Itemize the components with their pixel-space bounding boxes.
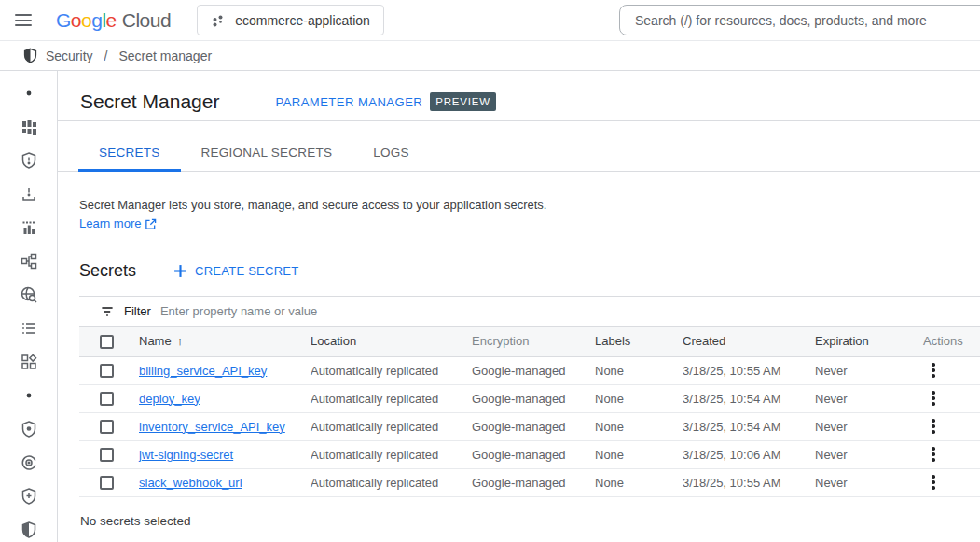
tab-regional-secrets[interactable]: REGIONAL SECRETS xyxy=(181,135,353,172)
cell-labels: None xyxy=(595,356,683,384)
column-header-created[interactable]: Created xyxy=(683,327,815,356)
compliance-circle-icon[interactable] xyxy=(0,446,57,479)
sort-ascending-icon: ↑ xyxy=(177,334,184,348)
secret-name-link[interactable]: slack_webhook_url xyxy=(139,476,242,490)
main-content: Secret Manager PARAMETER MANAGER PREVIEW… xyxy=(58,71,980,542)
column-header-location[interactable]: Location xyxy=(311,327,472,356)
select-all-checkbox[interactable] xyxy=(100,335,114,349)
breadcrumb-page: Secret manager xyxy=(118,49,212,63)
row-actions-button[interactable] xyxy=(923,359,944,382)
cell-location: Automatically replicated xyxy=(311,440,472,468)
logo-letter: o xyxy=(81,9,91,31)
table-header-row: Name↑ Location Encryption Labels Created… xyxy=(79,327,980,356)
cell-expiration: Never xyxy=(815,384,908,412)
row-checkbox[interactable] xyxy=(100,364,114,378)
column-header-name[interactable]: Name↑ xyxy=(139,327,311,356)
page-header: Secret Manager PARAMETER MANAGER PREVIEW xyxy=(58,71,980,121)
menu-icon[interactable] xyxy=(15,9,37,32)
secrets-table: Name↑ Location Encryption Labels Created… xyxy=(79,327,980,497)
cell-created: 3/18/25, 10:55 AM xyxy=(683,468,815,496)
shield-alert-icon[interactable] xyxy=(0,144,57,177)
row-actions-button[interactable] xyxy=(923,443,944,466)
filter-bar: Filter xyxy=(79,297,980,327)
row-actions-button[interactable] xyxy=(923,415,944,438)
create-secret-label: CREATE SECRET xyxy=(195,264,298,278)
grid-diamond-icon[interactable] xyxy=(0,345,57,379)
secret-name-link[interactable]: billing_service_API_key xyxy=(139,364,267,378)
cell-expiration: Never xyxy=(815,356,908,384)
logo-letter: G xyxy=(56,9,71,31)
cell-labels: None xyxy=(595,440,683,468)
bar-chart-icon[interactable] xyxy=(0,211,57,244)
blocks-icon[interactable] xyxy=(0,110,57,144)
secrets-table-card: Filter Name↑ Location Encryption Labels xyxy=(79,296,980,497)
row-checkbox[interactable] xyxy=(100,448,114,462)
table-row: billing_service_API_key Automatically re… xyxy=(79,356,980,384)
plus-icon xyxy=(173,264,187,278)
google-cloud-logo: Google Cloud xyxy=(56,9,171,32)
breadcrumb: Security / Secret manager xyxy=(0,41,980,71)
cell-location: Automatically replicated xyxy=(311,412,472,440)
global-search xyxy=(619,5,980,35)
secret-name-link[interactable]: inventory_service_API_key xyxy=(139,420,285,434)
column-header-labels[interactable]: Labels xyxy=(595,327,683,356)
cell-expiration: Never xyxy=(815,412,908,440)
cell-encryption: Google-managed xyxy=(472,384,595,412)
column-header-expiration[interactable]: Expiration xyxy=(815,327,908,356)
list-icon[interactable] xyxy=(0,312,57,345)
row-actions-button[interactable] xyxy=(923,471,944,493)
project-selector[interactable]: ecommerce-application xyxy=(197,5,384,35)
shield-dot-icon[interactable] xyxy=(0,412,57,446)
page-title: Secret Manager xyxy=(80,90,219,113)
selection-status: No secrets selected xyxy=(80,514,980,528)
cell-location: Automatically replicated xyxy=(311,356,472,384)
breadcrumb-section[interactable]: Security xyxy=(46,49,93,63)
cell-encryption: Google-managed xyxy=(472,440,595,468)
logo-letter: o xyxy=(71,9,81,31)
cell-labels: None xyxy=(595,412,683,440)
project-name: ecommerce-application xyxy=(235,13,370,28)
table-row: deploy_key Automatically replicated Goog… xyxy=(79,384,980,412)
left-icon-sidebar xyxy=(0,71,58,542)
tray-alert-icon[interactable] xyxy=(0,177,57,211)
search-input[interactable] xyxy=(619,5,980,35)
row-checkbox[interactable] xyxy=(100,476,114,490)
parameter-manager-link[interactable]: PARAMETER MANAGER xyxy=(275,95,422,109)
column-header-actions: Actions xyxy=(908,327,980,356)
secrets-heading: Secrets xyxy=(79,261,136,281)
learn-more-label: Learn more xyxy=(79,215,141,233)
secret-name-link[interactable]: jwt-signing-secret xyxy=(139,448,233,462)
cell-created: 3/18/25, 10:54 AM xyxy=(683,412,815,440)
intro-text: Secret Manager lets you store, manage, a… xyxy=(79,196,980,215)
preview-badge: PREVIEW xyxy=(430,92,496,111)
secrets-section-header: Secrets CREATE SECRET xyxy=(79,261,980,281)
cell-expiration: Never xyxy=(815,440,908,468)
shield-half-icon[interactable] xyxy=(0,513,57,542)
create-secret-button[interactable]: CREATE SECRET xyxy=(173,264,298,278)
filter-icon xyxy=(100,304,115,319)
cell-encryption: Google-managed xyxy=(472,356,595,384)
security-shield-icon xyxy=(22,48,38,63)
tab-secrets[interactable]: SECRETS xyxy=(78,135,181,172)
filter-input[interactable] xyxy=(160,297,980,326)
logo-letter: e xyxy=(106,9,117,31)
row-checkbox[interactable] xyxy=(100,420,114,434)
cell-created: 3/18/25, 10:54 AM xyxy=(683,384,815,412)
cell-labels: None xyxy=(595,468,683,496)
row-checkbox[interactable] xyxy=(100,392,114,406)
logo-cloud-text: Cloud xyxy=(122,9,171,32)
tab-logs[interactable]: LOGS xyxy=(352,135,430,172)
learn-more-link[interactable]: Learn more xyxy=(79,215,157,233)
top-app-bar: Google Cloud ecommerce-application xyxy=(0,0,980,41)
breadcrumb-separator: / xyxy=(101,49,112,63)
row-actions-button[interactable] xyxy=(923,387,944,410)
dot-icon[interactable] xyxy=(0,76,57,110)
filter-label: Filter xyxy=(124,304,151,318)
secret-name-link[interactable]: deploy_key xyxy=(139,392,200,406)
shield-plus-icon[interactable] xyxy=(0,479,57,513)
dot-icon[interactable] xyxy=(0,379,57,412)
globe-search-icon[interactable] xyxy=(0,278,57,312)
external-link-icon xyxy=(145,218,157,230)
network-icon[interactable] xyxy=(0,244,57,278)
project-icon xyxy=(211,13,226,28)
